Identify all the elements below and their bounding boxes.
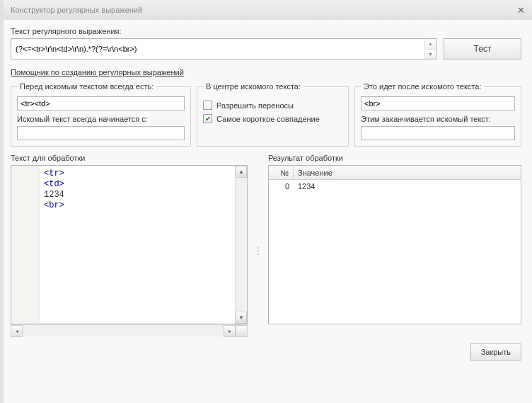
regex-input[interactable] <box>11 39 424 59</box>
close-icon[interactable]: ✕ <box>517 5 525 16</box>
regex-input-wrap: ▲ ▼ <box>11 38 436 59</box>
ends-with-label: Этим заканчивается искомый текст: <box>361 115 515 123</box>
result-grid: № Значение 01234 <box>268 165 521 324</box>
close-button[interactable]: Закрыть <box>470 344 521 361</box>
grid-body: 01234 <box>269 180 521 324</box>
source-line: <td> <box>44 179 231 190</box>
ends-with-input[interactable] <box>361 126 515 140</box>
editor-gutter <box>11 166 40 324</box>
result-label: Результат обработки <box>268 154 343 162</box>
scroll-up-icon[interactable]: ▲ <box>236 166 247 178</box>
vertical-scrollbar[interactable]: ▲ ▼ <box>235 166 247 324</box>
scroll-down-icon[interactable]: ▼ <box>236 312 247 324</box>
starts-with-label: Искомый текст всегда начинается с: <box>17 115 185 123</box>
regex-spinner: ▲ ▼ <box>424 39 436 59</box>
before-legend: Перед искомым текстом всегда есть: <box>17 82 156 91</box>
horizontal-scrollbar[interactable]: ◂ ▸ <box>11 324 248 336</box>
cell-number: 0 <box>269 180 294 193</box>
after-fieldset: Это идет после искомого текста: Этим зак… <box>354 82 521 147</box>
shortest-row: ✔ Самое короткое совпадение <box>203 114 342 123</box>
help-link[interactable]: Помощник по созданию регулярных выражени… <box>11 68 521 76</box>
after-legend: Это идет после искомого текста: <box>361 82 484 91</box>
before-text-input[interactable] <box>17 96 185 110</box>
table-row[interactable]: 01234 <box>269 180 521 193</box>
splitter-handle[interactable]: ⋮ <box>255 165 261 336</box>
regex-builder-window: Конструктор регулярных выражений ✕ Текст… <box>0 0 532 403</box>
spinner-up-icon[interactable]: ▲ <box>425 39 436 50</box>
scroll-right-icon[interactable]: ▸ <box>224 325 236 337</box>
window-title: Конструктор регулярных выражений <box>11 6 142 14</box>
source-label: Текст для обработки <box>11 154 248 162</box>
source-line: <tr> <box>44 169 231 179</box>
center-legend: В центре искомого текста: <box>203 82 303 91</box>
after-text-input[interactable] <box>361 96 515 110</box>
col-header-number[interactable]: № <box>269 166 294 179</box>
allow-wrap-checkbox[interactable] <box>203 101 212 110</box>
scroll-track-h[interactable] <box>23 325 224 336</box>
regex-label: Текст регулярного выражения: <box>11 27 521 35</box>
source-line: <br> <box>44 200 231 211</box>
source-editor: <tr><td>1234<br> ▲ ▼ <box>11 165 248 324</box>
cell-value: 1234 <box>294 182 521 191</box>
allow-wrap-row: Разрешить переносы <box>203 101 342 110</box>
scroll-corner <box>236 325 248 337</box>
shortest-label: Самое короткое совпадение <box>216 115 320 123</box>
source-textarea[interactable]: <tr><td>1234<br> <box>40 166 235 324</box>
test-button[interactable]: Тест <box>444 38 521 59</box>
source-line: 1234 <box>44 190 231 200</box>
scroll-track-v[interactable] <box>236 178 247 312</box>
shortest-checkbox[interactable]: ✔ <box>203 114 212 123</box>
center-fieldset: В центре искомого текста: Разрешить пере… <box>197 82 349 147</box>
grid-header: № Значение <box>269 166 521 180</box>
titlebar: Конструктор регулярных выражений ✕ <box>4 0 532 20</box>
source-editor-pane: <tr><td>1234<br> ▲ ▼ ◂ ▸ <box>11 165 248 336</box>
spinner-down-icon[interactable]: ▼ <box>425 50 436 59</box>
starts-with-input[interactable] <box>17 126 185 140</box>
allow-wrap-label: Разрешить переносы <box>216 101 294 110</box>
col-header-value[interactable]: Значение <box>294 169 521 177</box>
scroll-left-icon[interactable]: ◂ <box>11 325 23 337</box>
before-fieldset: Перед искомым текстом всегда есть: Иском… <box>11 82 191 147</box>
result-pane: № Значение 01234 <box>268 165 521 336</box>
